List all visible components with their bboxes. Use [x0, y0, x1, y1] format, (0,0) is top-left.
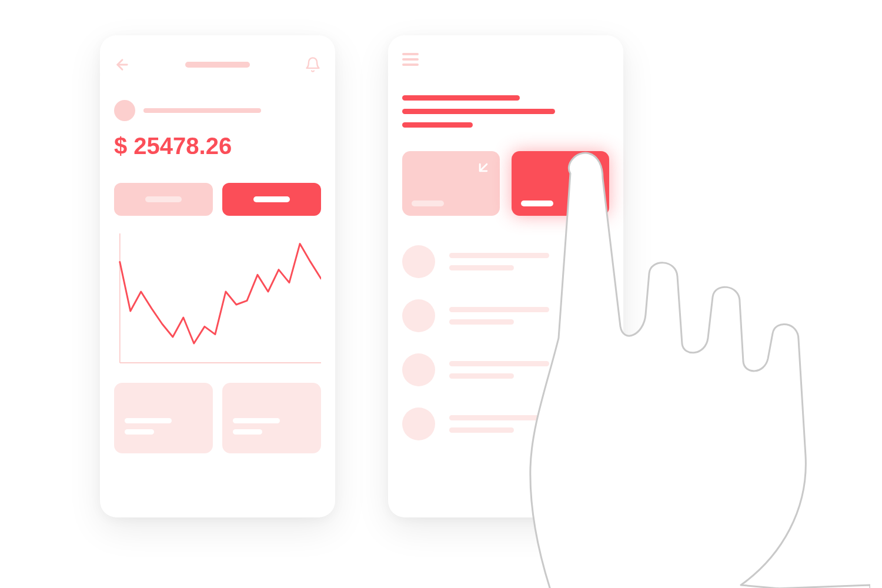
- hamburger-menu-icon[interactable]: [402, 53, 609, 66]
- info-card-row: [114, 383, 321, 453]
- list-item[interactable]: [402, 407, 609, 440]
- transaction-list: [402, 245, 609, 440]
- info-text-placeholder: [233, 418, 280, 423]
- button-label-placeholder: [145, 196, 182, 202]
- button-row: [114, 183, 321, 216]
- action-label-placeholder: [521, 201, 553, 206]
- list-item[interactable]: [402, 353, 609, 386]
- header: [114, 53, 321, 76]
- primary-button-1[interactable]: [114, 183, 213, 216]
- button-label-placeholder: [253, 196, 290, 202]
- info-card[interactable]: [222, 383, 321, 453]
- avatar[interactable]: [114, 100, 135, 121]
- avatar: [402, 407, 435, 440]
- info-text-placeholder: [233, 429, 262, 435]
- svg-line-3: [480, 164, 487, 171]
- action-row: [402, 151, 609, 216]
- avatar: [402, 245, 435, 278]
- avatar: [402, 299, 435, 332]
- list-item[interactable]: [402, 245, 609, 278]
- bell-icon[interactable]: [305, 56, 321, 73]
- arrow-down-left-icon: [475, 159, 492, 178]
- svg-line-4: [589, 164, 596, 171]
- list-item[interactable]: [402, 299, 609, 332]
- primary-button-2[interactable]: [222, 183, 321, 216]
- profile-name-placeholder: [143, 108, 261, 113]
- arrow-up-right-icon: [584, 159, 601, 178]
- back-arrow-icon[interactable]: [114, 56, 131, 73]
- balance-amount: $ 25478.26: [114, 133, 321, 159]
- profile-row: [114, 100, 321, 121]
- info-text-placeholder: [125, 418, 172, 423]
- action-card-incoming[interactable]: [402, 151, 500, 216]
- heading-placeholder: [402, 95, 609, 128]
- dashboard-screen: $ 25478.26: [100, 35, 335, 517]
- action-label-placeholder: [412, 201, 444, 206]
- info-text-placeholder: [125, 429, 154, 435]
- list-item-text: [449, 307, 549, 325]
- balance-chart: [114, 233, 321, 369]
- action-card-outgoing[interactable]: [512, 151, 609, 216]
- info-card[interactable]: [114, 383, 213, 453]
- page-title-placeholder: [185, 62, 250, 68]
- avatar: [402, 353, 435, 386]
- list-item-text: [449, 415, 549, 433]
- list-item-text: [449, 253, 549, 270]
- transactions-screen: [388, 35, 623, 517]
- list-item-text: [449, 361, 549, 379]
